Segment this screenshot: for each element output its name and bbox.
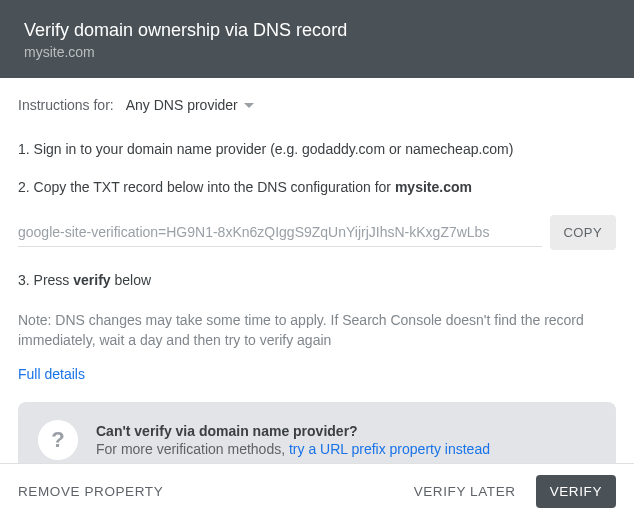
step-3: 3. Press verify below bbox=[18, 272, 616, 288]
instructions-label: Instructions for: bbox=[18, 97, 114, 113]
step-2-text: 2. Copy the TXT record below into the DN… bbox=[18, 179, 395, 195]
alt-method-box: ? Can't verify via domain name provider?… bbox=[18, 402, 616, 463]
alt-method-sub: For more verification methods, try a URL… bbox=[96, 441, 490, 457]
step-2-domain: mysite.com bbox=[395, 179, 472, 195]
provider-value: Any DNS provider bbox=[126, 97, 238, 113]
steps: 1. Sign in to your domain name provider … bbox=[18, 139, 616, 197]
full-details-link[interactable]: Full details bbox=[18, 366, 85, 382]
provider-row: Instructions for: Any DNS provider bbox=[18, 97, 616, 113]
chevron-down-icon bbox=[244, 103, 254, 108]
dialog-footer: REMOVE PROPERTY VERIFY LATER VERIFY bbox=[0, 463, 634, 519]
verify-later-button[interactable]: VERIFY LATER bbox=[404, 476, 526, 507]
alt-method-text: Can't verify via domain name provider? F… bbox=[96, 423, 490, 457]
dialog-header: Verify domain ownership via DNS record m… bbox=[0, 0, 634, 78]
alt-method-title: Can't verify via domain name provider? bbox=[96, 423, 490, 439]
dns-note: Note: DNS changes may take some time to … bbox=[18, 310, 616, 350]
content: Instructions for: Any DNS provider 1. Si… bbox=[0, 69, 634, 463]
content-scroll[interactable]: Instructions for: Any DNS provider 1. Si… bbox=[0, 69, 634, 463]
alt-method-sub-prefix: For more verification methods, bbox=[96, 441, 289, 457]
url-prefix-link[interactable]: try a URL prefix property instead bbox=[289, 441, 490, 457]
step-2: 2. Copy the TXT record below into the DN… bbox=[18, 177, 616, 197]
copy-button[interactable]: COPY bbox=[550, 215, 616, 250]
step-3-suffix: below bbox=[111, 272, 151, 288]
question-icon: ? bbox=[38, 420, 78, 460]
footer-left: REMOVE PROPERTY bbox=[18, 476, 404, 507]
dialog-title: Verify domain ownership via DNS record bbox=[24, 18, 610, 42]
remove-property-button[interactable]: REMOVE PROPERTY bbox=[18, 476, 173, 507]
dialog-domain: mysite.com bbox=[24, 44, 610, 60]
txt-record-row: COPY bbox=[18, 215, 616, 250]
txt-record-input[interactable] bbox=[18, 218, 542, 247]
step-1: 1. Sign in to your domain name provider … bbox=[18, 139, 616, 159]
provider-dropdown[interactable]: Any DNS provider bbox=[126, 97, 254, 113]
step-3-prefix: 3. Press bbox=[18, 272, 73, 288]
verify-button[interactable]: VERIFY bbox=[536, 475, 616, 508]
step-3-bold: verify bbox=[73, 272, 110, 288]
